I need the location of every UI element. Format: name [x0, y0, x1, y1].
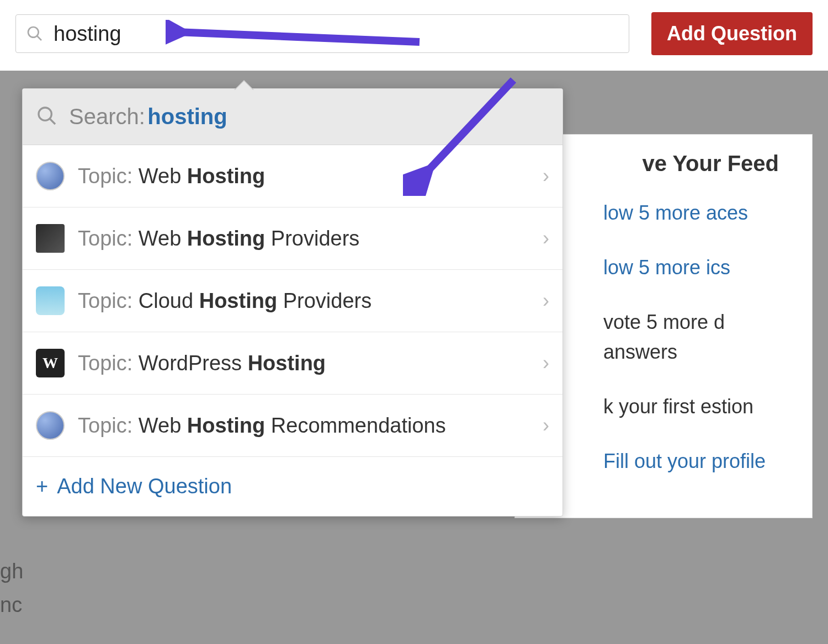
dropdown-topic-item[interactable]: Topic: Web Hosting › — [23, 145, 562, 207]
topic-label: Topic: Web Hosting — [78, 164, 529, 188]
search-prefix-label: Search: — [69, 104, 145, 129]
chevron-right-icon: › — [543, 414, 549, 437]
text-fragment: gh nc — [0, 555, 23, 622]
globe-icon — [36, 411, 65, 440]
search-container[interactable] — [15, 14, 629, 53]
dropdown-topic-item[interactable]: Topic: Cloud Hosting Providers › — [23, 270, 562, 332]
search-term-label: hosting — [147, 104, 227, 129]
globe-icon — [36, 162, 65, 190]
topic-label: Topic: Cloud Hosting Providers — [78, 289, 529, 313]
svg-point-0 — [28, 27, 39, 38]
sidebar-item[interactable]: Fill out your profile — [537, 446, 790, 476]
sidebar-item[interactable]: vote 5 more d answers — [537, 307, 790, 367]
sidebar-item[interactable]: k your first estion — [537, 392, 790, 422]
add-question-button[interactable]: Add Question — [651, 12, 813, 55]
top-bar: Add Question — [0, 0, 828, 67]
chevron-right-icon: › — [543, 227, 549, 250]
dropdown-topic-item[interactable]: Topic: Web Hosting Recommendations › — [23, 395, 562, 457]
chevron-right-icon: › — [543, 352, 549, 375]
dropdown-topic-item[interactable]: W Topic: WordPress Hosting › — [23, 332, 562, 395]
plus-icon: + — [36, 475, 48, 498]
svg-line-1 — [37, 36, 41, 40]
topic-label: Topic: Web Hosting Providers — [78, 227, 529, 251]
search-icon — [36, 105, 58, 129]
svg-point-2 — [39, 108, 51, 120]
search-dropdown: Search: hosting Topic: Web Hosting › Top… — [22, 88, 563, 517]
dropdown-search-row[interactable]: Search: hosting — [23, 89, 562, 145]
chevron-right-icon: › — [543, 164, 549, 188]
chevron-right-icon: › — [543, 289, 549, 312]
improve-feed-title: ve Your Feed — [537, 151, 790, 176]
topic-label: Topic: Web Hosting Recommendations — [78, 414, 529, 438]
add-new-question-row[interactable]: + Add New Question — [23, 457, 562, 516]
server-icon — [36, 224, 65, 253]
sidebar-item[interactable]: low 5 more aces — [537, 198, 790, 228]
cloud-icon — [36, 286, 65, 315]
search-input[interactable] — [54, 22, 619, 46]
wordpress-icon: W — [36, 349, 65, 377]
sidebar-item[interactable]: low 5 more ics — [537, 253, 790, 283]
search-icon — [26, 25, 44, 42]
topic-label: Topic: WordPress Hosting — [78, 352, 529, 375]
add-new-question-label: Add New Question — [57, 475, 232, 498]
dropdown-topic-item[interactable]: Topic: Web Hosting Providers › — [23, 207, 562, 270]
svg-line-3 — [50, 119, 55, 124]
